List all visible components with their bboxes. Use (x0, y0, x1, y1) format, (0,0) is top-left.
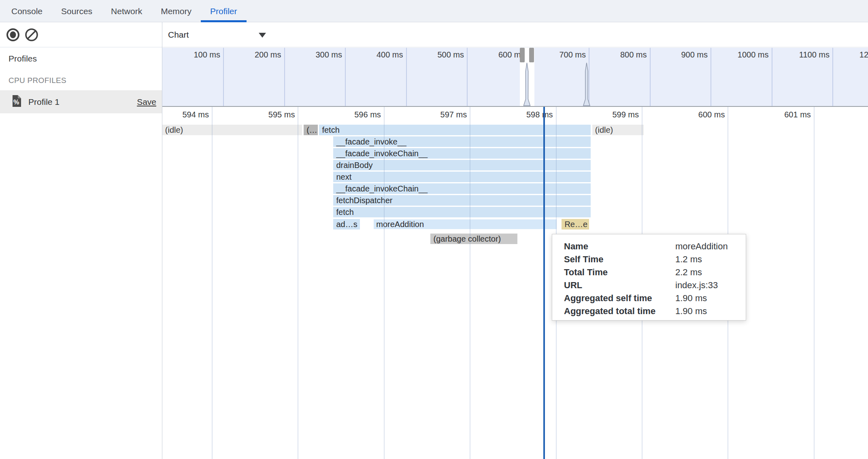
current-time-marker (543, 107, 545, 459)
svg-text:%: % (13, 99, 19, 106)
tooltip-label: Total Time (564, 266, 675, 279)
tab-network[interactable]: Network (102, 0, 151, 22)
tooltip-row: NamemoreAddition (564, 240, 746, 253)
frame-tooltip: NamemoreAdditionSelf Time1.2 msTotal Tim… (552, 234, 746, 321)
tooltip-label: Name (564, 240, 675, 253)
profiles-sidebar: Profiles CPU PROFILES % Profile 1 Save (0, 47, 162, 459)
flame-frame--facade-invokechain-[interactable]: __facade_invokeChain__ (333, 183, 590, 194)
detail-tick-label: 600 ms (660, 110, 725, 119)
profiles-header: Profiles (9, 54, 162, 64)
tooltip-row: URLindex.js:33 (564, 279, 746, 292)
flame-frame-moreaddition[interactable]: moreAddition (373, 219, 557, 230)
devtools-tabbar: ConsoleSourcesNetworkMemoryProfiler (0, 0, 868, 22)
detail-tick-label: 596 ms (316, 110, 381, 119)
detail-tick-label: 594 ms (162, 110, 209, 119)
detail-tick-label: 601 ms (746, 110, 811, 119)
detail-gridline (470, 107, 470, 459)
flame-frame--idle-[interactable]: (idle) (592, 125, 644, 135)
tooltip-label: Self Time (564, 253, 675, 266)
detail-tick-label: 599 ms (574, 110, 639, 119)
tooltip-value: index.js:33 (675, 280, 718, 290)
tooltip-value: 1.90 ms (675, 306, 707, 316)
tooltip-label: URL (564, 279, 675, 292)
tab-profiler[interactable]: Profiler (201, 0, 247, 22)
flame-frame--facade-invoke-[interactable]: __facade_invoke__ (333, 136, 590, 147)
profile-item-label: Profile 1 (28, 97, 60, 107)
tooltip-row: Aggregated self time1.90 ms (564, 292, 746, 305)
timeline-overview[interactable]: 100 ms200 ms300 ms400 ms500 ms600 ms700 … (162, 48, 868, 107)
clear-profiles-button[interactable] (24, 28, 39, 42)
tooltip-value: 1.90 ms (675, 293, 707, 303)
view-mode-select[interactable]: Chart (168, 27, 269, 43)
chevron-down-icon (259, 33, 266, 38)
tooltip-row: Self Time1.2 ms (564, 253, 746, 266)
chart-toolbar: Chart (162, 23, 868, 47)
tab-sources[interactable]: Sources (52, 0, 102, 22)
tooltip-row: Total Time2.2 ms (564, 266, 746, 279)
flame-frame-drainbody[interactable]: drainBody (333, 160, 590, 170)
flame-frame-fetch[interactable]: fetch (319, 125, 590, 135)
flame-frame-fetchdispatcher[interactable]: fetchDispatcher (333, 195, 590, 206)
tooltip-row: Aggregated total time1.90 ms (564, 305, 746, 318)
flame-frame-ad-s[interactable]: ad…s (333, 219, 360, 230)
save-profile-link[interactable]: Save (137, 97, 156, 107)
overview-activity-spikes (162, 48, 868, 106)
flame-frame--idle-[interactable]: (idle) (162, 125, 302, 135)
detail-gridline (814, 107, 815, 459)
selection-right-handle[interactable] (529, 48, 534, 62)
flame-chart[interactable]: 594 ms595 ms596 ms597 ms598 ms599 ms600 … (162, 107, 868, 459)
detail-tick-label: 595 ms (230, 110, 295, 119)
tooltip-label: Aggregated self time (564, 292, 675, 305)
profiler-toolbar (0, 23, 162, 47)
file-percent-icon: % (11, 95, 22, 109)
flame-frame--[interactable]: (… (304, 125, 318, 135)
flame-frame-re-e[interactable]: Re…e (562, 219, 589, 230)
selection-left-handle[interactable] (520, 48, 525, 62)
view-mode-value: Chart (168, 30, 189, 40)
record-icon (6, 37, 20, 43)
tooltip-value: 1.2 ms (675, 254, 702, 264)
detail-gridline (298, 107, 298, 459)
flame-frame-next[interactable]: next (333, 172, 590, 182)
tab-memory[interactable]: Memory (151, 0, 201, 22)
flame-frame--garbage-collector-[interactable]: (garbage collector) (430, 234, 517, 244)
flame-frame-fetch[interactable]: fetch (333, 207, 590, 217)
flame-frame--facade-invokechain-[interactable]: __facade_invokeChain__ (333, 148, 590, 159)
clear-icon (24, 37, 39, 43)
detail-gridline (212, 107, 213, 459)
detail-gridline (384, 107, 385, 459)
tab-console[interactable]: Console (2, 0, 52, 22)
detail-tick-label: 597 ms (402, 110, 467, 119)
tooltip-label: Aggregated total time (564, 305, 675, 318)
sidebar-item-profile-1[interactable]: % Profile 1 Save (0, 90, 162, 113)
cpu-profiles-section-label: CPU PROFILES (9, 76, 162, 85)
record-profile-button[interactable] (6, 28, 20, 42)
tooltip-value: 2.2 ms (675, 267, 702, 277)
tooltip-value: moreAddition (675, 241, 728, 251)
devtools-window: ConsoleSourcesNetworkMemoryProfiler Char… (0, 0, 868, 459)
